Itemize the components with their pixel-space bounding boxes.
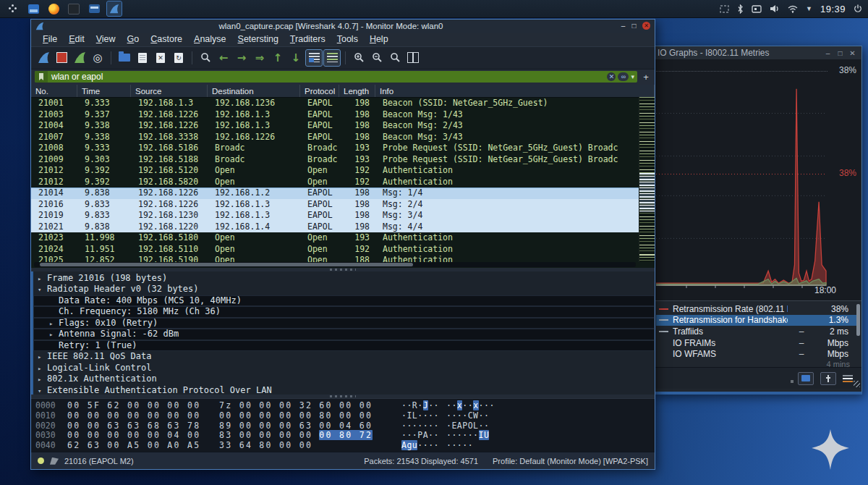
io-graph-plot[interactable]: 38% 38% 18:00 (654, 59, 861, 300)
battery-icon[interactable] (752, 5, 762, 13)
io-maximize-button[interactable]: □ (835, 49, 845, 57)
hex-row[interactable]: 001000 00 00 00 00 00 0000 00 00 00 00 8… (35, 411, 655, 421)
packet-row[interactable]: 2102311.998192.168.5180OpenOpen193Authen… (31, 232, 655, 244)
packet-row[interactable]: 210169.833192.168.1226192.168.1.3EAPOL19… (31, 199, 655, 211)
expand-arrow-icon[interactable]: ▸ (38, 374, 47, 386)
packet-list-hscrollbar[interactable] (34, 262, 636, 267)
legend-row[interactable]: Traffiids–2 ms (656, 326, 859, 337)
wifi-icon[interactable] (788, 5, 798, 13)
taskbar-item-terminal[interactable] (67, 1, 81, 16)
legend-row[interactable]: Retransmission Rate (802.11 Retries)38% (656, 303, 859, 315)
detail-row[interactable]: ▾Extensible Authentication Protocol Over… (33, 385, 655, 395)
power-icon[interactable] (854, 4, 862, 13)
packet-row[interactable]: 210219.838192.168.1220192.168.1.4EAPOL19… (31, 222, 655, 233)
restart-capture-button[interactable] (72, 50, 88, 66)
stop-capture-button[interactable] (54, 50, 69, 66)
menu-go[interactable]: Go (122, 34, 145, 44)
column-header-source[interactable]: Source (131, 85, 208, 97)
go-first-packet-button[interactable]: ↑ (270, 50, 286, 66)
detail-row[interactable]: ▸Logical-Link Control (33, 363, 655, 374)
detail-row[interactable]: ▸Antenna Signal: -62 dBm (33, 329, 655, 340)
packet-row[interactable]: 210079.338192.168.3338192.168.1226EAPOL1… (31, 132, 655, 143)
intelligent-scrollbar[interactable] (639, 97, 655, 262)
packet-row[interactable]: 210149.838192.168.1226192.168.1.2EAPOL19… (31, 187, 655, 199)
go-forward-button[interactable]: → (234, 50, 250, 66)
go-last-packet-button[interactable]: ↓ (288, 50, 304, 66)
find-packet-button[interactable] (197, 50, 213, 66)
taskbar-item-files[interactable] (87, 1, 101, 16)
column-header-length[interactable]: Length (339, 85, 375, 97)
zoom-out-button[interactable] (369, 50, 385, 66)
menu-analyse[interactable]: Analyse (188, 34, 231, 44)
packet-row[interactable]: 210039.337192.168.1226192.168.1.3EAPOL19… (31, 109, 655, 121)
packet-row[interactable]: 210019.333192.168.1.3192.168.1236EAPOL19… (31, 98, 655, 109)
packet-row[interactable]: 210099.303192.168.5188BroadcBroadc193Pro… (31, 154, 655, 166)
packet-row[interactable]: 210049.338192.168.1226192.168.1.3EAPOL19… (31, 120, 655, 132)
legend-scrollbar[interactable] (856, 304, 860, 336)
zoom-in-button[interactable] (351, 50, 367, 66)
filter-bookmark-icon[interactable] (35, 71, 48, 83)
expert-info-icon[interactable] (50, 457, 59, 465)
resize-columns-button[interactable] (405, 50, 421, 66)
detail-row[interactable]: ▸IEEE 802.11 QoS Data (33, 351, 655, 363)
column-header-time[interactable]: Time (77, 85, 131, 97)
volume-icon[interactable] (770, 4, 780, 13)
menu-setersting[interactable]: Setersting (232, 34, 284, 44)
menu-traditers[interactable]: Traditers (284, 34, 331, 44)
expand-arrow-icon[interactable]: ▸ (49, 329, 59, 341)
packet-row[interactable]: 210199.833192.168.1230192.168.1.3EAPOL19… (31, 210, 655, 222)
expand-arrow-icon[interactable]: ▸ (38, 363, 47, 375)
menu-help[interactable]: Help (364, 34, 394, 44)
menu-file[interactable]: File (37, 34, 63, 44)
save-file-button[interactable] (135, 50, 150, 66)
io-minimize-button[interactable]: – (823, 49, 833, 57)
colorize-toggle-button[interactable] (324, 50, 340, 66)
hex-row[interactable]: 004062 63 00 A5 00 A0 A533 64 80 00 00Ag… (35, 441, 655, 451)
status-profile[interactable]: Profile: Default (Monitor Mode) [WPA2-PS… (493, 457, 648, 465)
hex-row[interactable]: 003000 00 00 00 00 04 0083 00 00 00 00 0… (35, 431, 655, 441)
column-header-protocol[interactable]: Protocol (300, 85, 339, 97)
packet-row[interactable]: 210129.392192.168.5820OpenOpen192Authent… (31, 177, 655, 188)
expand-arrow-icon[interactable]: ▾ (38, 284, 47, 296)
filter-clear-icon[interactable]: ✕ (607, 72, 616, 81)
reload-file-button[interactable]: ↻ (171, 50, 187, 66)
filter-apply-icon[interactable]: ∞ (618, 72, 629, 81)
ws-close-button[interactable]: ✕ (642, 22, 650, 30)
detail-row[interactable]: Data Rate: 400 Mbps (MCS 10, 40MHz) (33, 295, 655, 307)
taskbar-item-wireshark[interactable] (107, 1, 122, 16)
wireshark-titlebar[interactable]: wlan0_capture.pcap [Wireshark 4.0.7] - M… (31, 20, 655, 33)
hex-row[interactable]: 000000 5F 62 00 00 00 007z 00 00 00 32 6… (35, 401, 655, 411)
open-file-button[interactable] (116, 50, 132, 66)
io-graphs-titlebar[interactable]: IO Graphs - I8002.11 Metries – □ ✕ (653, 46, 861, 59)
menu-castore[interactable]: Castore (145, 34, 188, 44)
go-to-packet-button[interactable]: ⇒ (252, 50, 268, 66)
taskbar-item-window[interactable] (26, 1, 41, 16)
detail-row[interactable]: ▸802.1x Authentication (33, 374, 655, 385)
detail-row[interactable]: Ch. Frequency: 5180 MHz (Ch 36) (33, 306, 655, 318)
column-header-destination[interactable]: Destination (208, 85, 300, 97)
expand-arrow-icon[interactable]: ▸ (38, 274, 47, 285)
filter-add-button[interactable]: + (641, 72, 651, 83)
menu-view[interactable]: View (90, 34, 122, 44)
ws-maximize-button[interactable]: □ (629, 22, 639, 30)
legend-row[interactable]: IO FRAIMs–Mbps (656, 337, 859, 349)
autoscroll-toggle-button[interactable] (306, 50, 322, 66)
clock[interactable]: 19:39 (820, 4, 846, 14)
capture-options-button[interactable]: ◎ (90, 50, 106, 66)
filter-input[interactable]: wlan or eapol (48, 72, 607, 82)
expand-arrow-icon[interactable]: ▸ (38, 352, 47, 363)
legend-row[interactable]: IO WFAMS–Mbps (656, 348, 859, 360)
hex-row[interactable]: 002000 00 63 63 68 63 7889 00 00 00 63 0… (35, 421, 655, 431)
app-launcher-icon[interactable] (6, 1, 20, 16)
resize-grip[interactable] (854, 381, 860, 387)
menu-edit[interactable]: Edit (63, 34, 90, 44)
tray-expand-caret-icon[interactable]: ▼ (806, 5, 812, 12)
ws-minimize-button[interactable]: – (618, 22, 629, 30)
column-header-info[interactable]: Info (375, 85, 655, 97)
interval-slider-button[interactable] (820, 372, 836, 385)
taskbar-item-firefox[interactable] (46, 1, 61, 16)
zoom-reset-button[interactable] (387, 50, 403, 66)
packet-row[interactable]: 2102411.951192.168.5110OpenOpen192Authen… (31, 244, 655, 256)
legend-row[interactable]: Retransmission for Handshake1.3% (656, 315, 859, 326)
packet-row[interactable]: 210089.333192.168.5186BroadcBroadc193Pro… (31, 143, 655, 154)
